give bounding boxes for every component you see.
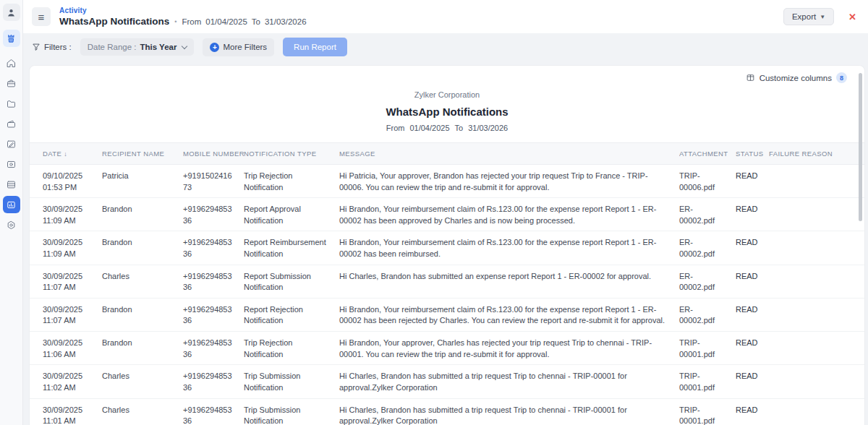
cell-type: Trip Rejection Notification: [244, 332, 339, 365]
cell-date: 30/09/2025 11:01 AM: [30, 398, 102, 425]
notifications-table: Date↓ Recipient Name Mobile Number Notif…: [30, 142, 864, 425]
cell-status: READ: [736, 165, 769, 198]
cell-date: 30/09/2025 11:07 AM: [30, 298, 102, 331]
column-header-type: Notification Type: [244, 143, 339, 165]
analytics-icon[interactable]: [3, 196, 20, 213]
cell-message: Hi Patricia, Your approver, Brandon has …: [339, 165, 679, 198]
cell-date: 30/09/2025 11:09 AM: [30, 231, 102, 265]
column-header-status: Status: [736, 143, 769, 165]
run-report-button[interactable]: Run Report: [283, 38, 347, 56]
table-row[interactable]: 30/09/2025 11:01 AMCharles+919629485336T…: [30, 398, 864, 425]
table-row[interactable]: 30/09/2025 11:07 AMCharles+919629485336R…: [30, 265, 864, 298]
cell-failure-reason: [769, 298, 864, 331]
column-header-date[interactable]: Date↓: [30, 143, 102, 165]
cell-type: Report Rejection Notification: [244, 298, 339, 331]
cell-recipient: Charles: [102, 398, 183, 425]
export-button[interactable]: Export ▼: [783, 8, 834, 25]
cell-attachment[interactable]: ER-00002.pdf: [679, 298, 736, 331]
chevron-down-icon: [182, 43, 187, 48]
cell-mobile: +919629485336: [183, 398, 244, 425]
column-header-message: Message: [339, 143, 679, 165]
cell-type: Report Approval Notification: [244, 198, 339, 231]
table-row[interactable]: 30/09/2025 11:02 AMCharles+919629485336T…: [30, 365, 864, 398]
page-title: WhatsApp Notifications: [59, 16, 169, 27]
close-icon[interactable]: ✕: [848, 12, 856, 22]
cell-message: Hi Brandon, Your reimbursement claim of …: [339, 298, 679, 331]
date-range-filter[interactable]: Date Range : This Year: [80, 38, 195, 56]
cell-message: Hi Brandon, Your reimbursement claim of …: [339, 231, 679, 265]
expense-edit-icon[interactable]: [3, 135, 20, 153]
cell-status: READ: [736, 265, 769, 298]
settings-gear-icon[interactable]: [3, 216, 20, 233]
header-date-range: From 01/04/2025 To 31/03/2026: [182, 17, 306, 26]
cell-failure-reason: [769, 398, 864, 425]
column-header-attachment: Attachment: [679, 143, 736, 165]
cell-date: 30/09/2025 11:07 AM: [30, 265, 102, 298]
home-icon[interactable]: [3, 54, 20, 72]
table-header-row: Date↓ Recipient Name Mobile Number Notif…: [30, 143, 864, 165]
vertical-scrollbar[interactable]: [859, 73, 862, 221]
cell-failure-reason: [769, 332, 864, 365]
hamburger-menu-icon[interactable]: ≡: [32, 7, 51, 26]
cell-failure-reason: [769, 198, 864, 231]
cell-attachment[interactable]: TRIP-00001.pdf: [679, 398, 736, 425]
cell-attachment[interactable]: ER-00002.pdf: [679, 265, 736, 298]
table-row[interactable]: 30/09/2025 11:06 AMBrandon+919629485336T…: [30, 332, 864, 365]
cell-recipient: Brandon: [102, 198, 183, 231]
plus-icon: +: [210, 43, 219, 52]
cell-recipient: Patricia: [102, 165, 183, 198]
wallet-icon[interactable]: [3, 115, 20, 132]
cell-type: Trip Submission Notification: [244, 398, 339, 425]
table-row[interactable]: 30/09/2025 11:07 AMBrandon+919629485336R…: [30, 298, 864, 331]
table-body: 09/10/2025 01:53 PMPatricia+919150241673…: [30, 165, 864, 425]
cell-message: Hi Brandon, Your reimbursement claim of …: [339, 198, 679, 231]
cell-mobile: +919629485336: [183, 298, 244, 331]
folder-icon[interactable]: [3, 95, 20, 112]
cell-recipient: Charles: [102, 265, 183, 298]
cell-failure-reason: [769, 365, 864, 398]
cell-message: Hi Charles, Brandon has submitted a trip…: [339, 398, 679, 425]
breadcrumb[interactable]: Activity: [59, 7, 307, 14]
cell-recipient: Brandon: [102, 332, 183, 365]
cell-attachment[interactable]: ER-00002.pdf: [679, 231, 736, 265]
cell-attachment[interactable]: TRIP-00001.pdf: [679, 332, 736, 365]
cell-attachment[interactable]: ER-00002.pdf: [679, 198, 736, 231]
cell-type: Trip Submission Notification: [244, 365, 339, 398]
cell-date: 30/09/2025 11:06 AM: [30, 332, 102, 365]
more-filters-button[interactable]: + More Filters: [203, 38, 274, 56]
top-header: ≡ Activity WhatsApp Notifications • From…: [23, 0, 868, 33]
customize-columns-button[interactable]: Customize columns 8: [30, 66, 864, 83]
advances-icon[interactable]: [3, 155, 20, 173]
cell-mobile: +919629485336: [183, 231, 244, 265]
documents-stack-icon[interactable]: [3, 176, 20, 193]
cell-attachment[interactable]: TRIP-00001.pdf: [679, 365, 736, 398]
columns-icon: [746, 73, 755, 82]
cell-mobile: +919629485336: [183, 365, 244, 398]
cell-attachment[interactable]: TRIP-00006.pdf: [679, 165, 736, 198]
cell-status: READ: [736, 365, 769, 398]
sort-desc-icon: ↓: [64, 150, 67, 158]
cell-recipient: Brandon: [102, 231, 183, 265]
report-date-range: From 01/04/2025 To 31/03/2026: [30, 124, 864, 132]
column-header-mobile: Mobile Number: [183, 143, 244, 165]
table-row[interactable]: 30/09/2025 11:09 AMBrandon+919629485336R…: [30, 231, 864, 265]
filter-funnel-icon: [32, 43, 41, 51]
cell-mobile: +919629485336: [183, 265, 244, 298]
user-avatar-icon[interactable]: [3, 4, 20, 21]
report-header: Zylker Corporation WhatsApp Notification…: [30, 90, 864, 132]
cell-date: 30/09/2025 11:02 AM: [30, 365, 102, 398]
table-row[interactable]: 30/09/2025 11:09 AMBrandon+919629485336R…: [30, 198, 864, 231]
cell-date: 09/10/2025 01:53 PM: [30, 165, 102, 198]
table-row[interactable]: 09/10/2025 01:53 PMPatricia+919150241673…: [30, 165, 864, 198]
admin-view-icon[interactable]: [3, 30, 20, 47]
cell-type: Report Submission Notification: [244, 265, 339, 298]
cell-type: Report Reimbursement Notification: [244, 231, 339, 265]
title-block: Activity WhatsApp Notifications • From 0…: [59, 7, 307, 27]
column-header-failure-reason: Failure Reason: [769, 143, 864, 165]
cell-mobile: +919150241673: [183, 165, 244, 198]
cell-status: READ: [736, 298, 769, 331]
cell-recipient: Brandon: [102, 298, 183, 331]
filter-bar: Filters : Date Range : This Year + More …: [23, 33, 868, 61]
trips-briefcase-icon[interactable]: [3, 74, 20, 92]
column-header-recipient: Recipient Name: [102, 143, 183, 165]
